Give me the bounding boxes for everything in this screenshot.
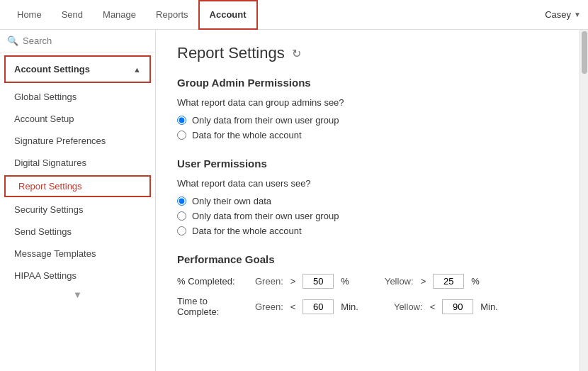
perf-completed-green-label: Green: — [255, 276, 283, 287]
group-admin-option-1-label: Only data from their own user group — [192, 115, 339, 126]
user-perm-option-1-label: Only their own data — [192, 196, 271, 206]
sidebar-item-digital-signatures[interactable]: Digital Signatures — [0, 152, 155, 174]
user-menu[interactable]: Casey ▼ — [545, 9, 581, 20]
nav-reports[interactable]: Reports — [146, 0, 198, 30]
perf-completed-row: % Completed: Green: > % Yellow: > % — [177, 274, 558, 289]
perf-time-label: Time to Complete: — [177, 296, 248, 317]
perf-completed-yellow-unit: % — [471, 276, 480, 287]
chevron-up-icon: ▲ — [133, 65, 141, 74]
page-title: Report Settings — [177, 44, 285, 62]
main-layout: 🔍 Account Settings ▲ Global Settings Acc… — [0, 30, 588, 371]
sidebar-search-bar: 🔍 — [0, 30, 155, 52]
top-nav: Home Send Manage Reports Account Casey ▼ — [0, 0, 588, 30]
user-name: Casey — [545, 9, 571, 20]
perf-time-green-op: < — [290, 301, 296, 312]
performance-goals-section: Performance Goals % Completed: Green: > … — [177, 253, 558, 317]
group-admin-radio-1[interactable] — [177, 116, 186, 125]
sidebar-item-hipaa-settings[interactable]: HIPAA Settings — [0, 265, 155, 287]
user-perm-option-3-label: Data for the whole account — [192, 226, 302, 236]
perf-completed-label: % Completed: — [177, 276, 248, 287]
perf-completed-green-unit: % — [341, 276, 349, 287]
perf-time-row: Time to Complete: Green: < Min. Yellow: … — [177, 296, 558, 317]
user-perm-radio-3[interactable] — [177, 226, 186, 236]
refresh-icon[interactable]: ↻ — [292, 47, 301, 60]
perf-time-green-label: Green: — [255, 301, 283, 312]
user-permissions-title: User Permissions — [177, 157, 558, 170]
perf-completed-yellow-op: > — [421, 276, 426, 287]
perf-time-green-input[interactable] — [303, 299, 334, 314]
group-admin-radio-2[interactable] — [177, 131, 186, 140]
user-permissions-radio-group: Only their own data Only data from their… — [177, 196, 558, 236]
nav-send[interactable]: Send — [52, 0, 93, 30]
user-permissions-section: User Permissions What report data can us… — [177, 157, 558, 236]
perf-completed-green-input[interactable] — [303, 274, 334, 289]
perf-time-green-unit: Min. — [341, 301, 358, 312]
nav-account[interactable]: Account — [198, 0, 258, 30]
group-admin-section: Group Admin Permissions What report data… — [177, 77, 558, 140]
group-admin-title: Group Admin Permissions — [177, 77, 558, 89]
user-perm-radio-1[interactable] — [177, 196, 186, 206]
perf-completed-yellow-input[interactable] — [433, 274, 464, 289]
scrollbar[interactable] — [579, 30, 588, 371]
sidebar-item-message-templates[interactable]: Message Templates — [0, 243, 155, 265]
sidebar-item-account-setup[interactable]: Account Setup — [0, 108, 155, 130]
perf-time-yellow-unit: Min. — [480, 301, 498, 312]
search-icon: 🔍 — [7, 35, 18, 46]
sidebar-item-security-settings[interactable]: Security Settings — [0, 199, 155, 221]
performance-goals-title: Performance Goals — [177, 253, 558, 265]
user-perm-option-2-label: Only data from their own user group — [192, 211, 339, 221]
search-input[interactable] — [23, 35, 148, 46]
user-perm-option-1[interactable]: Only their own data — [177, 196, 558, 206]
account-settings-group[interactable]: Account Settings ▲ — [4, 55, 151, 83]
group-admin-option-2-label: Data for the whole account — [192, 130, 302, 140]
sidebar-item-report-settings[interactable]: Report Settings — [4, 175, 151, 197]
scroll-down-indicator: ▼ — [0, 287, 155, 303]
group-admin-option-1[interactable]: Only data from their own user group — [177, 115, 558, 126]
sidebar-item-global-settings[interactable]: Global Settings — [0, 86, 155, 108]
user-perm-radio-2[interactable] — [177, 211, 186, 221]
content-area: Report Settings ↻ Group Admin Permission… — [156, 30, 579, 371]
user-perm-option-3[interactable]: Data for the whole account — [177, 226, 558, 236]
perf-time-yellow-input[interactable] — [442, 299, 473, 314]
nav-manage[interactable]: Manage — [93, 0, 146, 30]
sidebar-nav: Account Settings ▲ Global Settings Accou… — [0, 52, 155, 371]
nav-home[interactable]: Home — [7, 0, 52, 30]
user-perm-option-2[interactable]: Only data from their own user group — [177, 211, 558, 221]
group-admin-question: What report data can group admins see? — [177, 97, 558, 108]
page-title-row: Report Settings ↻ — [177, 44, 558, 62]
account-settings-label: Account Settings — [14, 64, 90, 74]
group-admin-option-2[interactable]: Data for the whole account — [177, 130, 558, 140]
sidebar-item-signature-preferences[interactable]: Signature Preferences — [0, 130, 155, 152]
perf-completed-yellow-label: Yellow: — [385, 276, 414, 287]
perf-time-yellow-op: < — [430, 301, 436, 312]
perf-time-yellow-label: Yellow: — [394, 301, 423, 312]
perf-completed-green-op: > — [290, 276, 296, 287]
scrollbar-thumb[interactable] — [582, 31, 587, 74]
sidebar-item-send-settings[interactable]: Send Settings — [0, 221, 155, 243]
group-admin-radio-group: Only data from their own user group Data… — [177, 115, 558, 140]
user-chevron-icon: ▼ — [574, 11, 581, 18]
sidebar: 🔍 Account Settings ▲ Global Settings Acc… — [0, 30, 156, 371]
user-permissions-question: What report data can users see? — [177, 178, 558, 189]
